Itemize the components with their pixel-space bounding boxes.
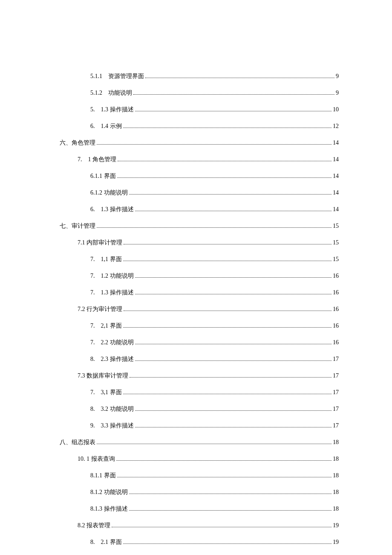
toc-page-number: 16 <box>333 273 339 279</box>
toc-entry[interactable]: 9. 3.3 操作描述17 <box>60 422 339 430</box>
toc-leader-dots <box>123 261 332 261</box>
toc-entry[interactable]: 8. 3.2 功能说明17 <box>60 405 339 413</box>
toc-entry[interactable]: 5. 1.3 操作描述10 <box>60 106 339 113</box>
toc-leader-dots <box>135 277 332 278</box>
toc-leader-dots <box>135 360 332 361</box>
toc-label: 7. 1.2 功能说明 <box>90 272 134 280</box>
toc-leader-dots <box>97 144 331 145</box>
toc-entry[interactable]: 6. 1.3 操作描述14 <box>60 206 339 213</box>
toc-leader-dots <box>135 111 332 111</box>
toc-label: 5. 1.3 操作描述 <box>90 106 134 113</box>
toc-label: 7. 1.3 操作描述 <box>90 289 134 296</box>
toc-entry[interactable]: 7.2 行为审计管理16 <box>60 305 339 313</box>
toc-entry[interactable]: 8.1.3 操作描述18 <box>60 505 339 513</box>
toc-label: 6. 1.3 操作描述 <box>90 206 134 213</box>
toc-entry[interactable]: 七、审计管理15 <box>60 222 339 230</box>
toc-page-number: 17 <box>333 422 339 429</box>
toc-label: 5.1.2 功能说明 <box>90 89 132 97</box>
toc-label: 7.1 内部审计管理 <box>78 239 122 247</box>
toc-entry[interactable]: 7. 2,1 界面16 <box>60 322 339 330</box>
toc-page-number: 19 <box>333 522 339 529</box>
toc-page-number: 18 <box>333 456 339 462</box>
toc-entry[interactable]: 7. 1.3 操作描述16 <box>60 289 339 296</box>
toc-page-number: 9 <box>336 73 339 80</box>
toc-label: 7.2 行为审计管理 <box>78 305 122 313</box>
toc-label: 7.3 数据库审计管理 <box>78 372 128 380</box>
toc-page-number: 15 <box>333 239 339 246</box>
toc-page-number: 18 <box>333 472 339 479</box>
toc-leader-dots <box>145 78 334 78</box>
toc-page-number: 19 <box>333 539 339 546</box>
toc-entry[interactable]: 8.1.2 功能说明18 <box>60 488 339 496</box>
toc-leader-dots <box>124 311 331 311</box>
toc-page-number: 17 <box>333 406 339 413</box>
toc-leader-dots <box>123 394 332 394</box>
toc-entry[interactable]: 6.1.1 界面14 <box>60 172 339 180</box>
toc-page-number: 14 <box>333 189 339 196</box>
toc-leader-dots <box>135 211 332 211</box>
toc-page-number: 17 <box>333 389 339 396</box>
toc-label: 8. 2.1 界面 <box>90 538 122 546</box>
toc-leader-dots <box>135 294 332 294</box>
toc-label: 7. 2,1 界面 <box>90 322 122 330</box>
toc-page-number: 12 <box>333 123 339 130</box>
toc-entry[interactable]: 8. 2.3 操作描述17 <box>60 355 339 363</box>
toc-label: 8.1.3 操作描述 <box>90 505 128 513</box>
toc-label: 八、组态报表 <box>60 439 95 446</box>
toc-entry[interactable]: 7.1 内部审计管理15 <box>60 239 339 247</box>
toc-entry[interactable]: 八、组态报表18 <box>60 439 339 446</box>
toc-page-number: 14 <box>333 139 339 146</box>
toc-label: 7. 1 角色管理 <box>78 156 116 163</box>
toc-label: 六、角色管理 <box>60 139 95 147</box>
toc-leader-dots <box>135 344 332 344</box>
toc-page-number: 17 <box>333 372 339 379</box>
toc-page-number: 10 <box>333 106 339 113</box>
toc-entry[interactable]: 5.1.1 资源管理界面9 <box>60 73 339 80</box>
toc-entry[interactable]: 7. 2.2 功能说明16 <box>60 339 339 346</box>
toc-entry[interactable]: 7. 1 角色管理14 <box>60 156 339 163</box>
toc-entry[interactable]: 7. 1,1 界面15 <box>60 256 339 263</box>
toc-entry[interactable]: 六、角色管理14 <box>60 139 339 147</box>
toc-page-number: 18 <box>333 489 339 496</box>
toc-entry[interactable]: 5.1.2 功能说明9 <box>60 89 339 97</box>
toc-leader-dots <box>112 527 331 527</box>
toc-entry[interactable]: 8.1.1 界面18 <box>60 472 339 479</box>
toc-entry[interactable]: 7. 1.2 功能说明16 <box>60 272 339 280</box>
toc-page-number: 9 <box>336 90 339 96</box>
toc-page-number: 16 <box>333 339 339 346</box>
toc-label: 8. 2.3 操作描述 <box>90 355 134 363</box>
toc-label: 6.1.1 界面 <box>90 172 116 180</box>
toc-page-number: 16 <box>333 289 339 296</box>
toc-leader-dots <box>135 427 332 427</box>
toc-leader-dots <box>123 128 332 128</box>
toc-page-number: 17 <box>333 356 339 363</box>
toc-label: 七、审计管理 <box>60 222 95 230</box>
toc-entry[interactable]: 7. 3,1 界面17 <box>60 389 339 396</box>
toc-entry[interactable]: 7.3 数据库审计管理17 <box>60 372 339 380</box>
toc-page-number: 14 <box>333 206 339 213</box>
toc-leader-dots <box>118 161 331 161</box>
toc-leader-dots <box>97 227 331 228</box>
toc-leader-dots <box>123 543 332 544</box>
toc-leader-dots <box>123 327 332 328</box>
toc-label: 5.1.1 资源管理界面 <box>90 73 144 80</box>
toc-leader-dots <box>124 244 331 244</box>
toc-leader-dots <box>129 194 332 195</box>
toc-entry[interactable]: 6. 1.4 示例12 <box>60 122 339 130</box>
toc-page-number: 14 <box>333 173 339 180</box>
toc-page-number: 16 <box>333 306 339 313</box>
toc-entry[interactable]: 10. 1 报表查询18 <box>60 455 339 463</box>
toc-entry[interactable]: 6.1.2 功能说明14 <box>60 189 339 197</box>
toc-leader-dots <box>135 410 332 411</box>
toc-page-number: 15 <box>333 223 339 230</box>
toc-page-number: 16 <box>333 323 339 329</box>
toc-leader-dots <box>117 477 332 477</box>
toc-leader-dots <box>129 494 332 494</box>
toc-entry[interactable]: 8. 2.1 界面19 <box>60 538 339 546</box>
table-of-contents: 5.1.1 资源管理界面95.1.2 功能说明95. 1.3 操作描述106. … <box>60 73 339 555</box>
toc-entry[interactable]: 8.2 报表管理19 <box>60 522 339 529</box>
toc-leader-dots <box>97 444 331 444</box>
toc-label: 8.1.2 功能说明 <box>90 488 128 496</box>
toc-page-number: 15 <box>333 256 339 263</box>
toc-label: 10. 1 报表查询 <box>78 455 115 463</box>
